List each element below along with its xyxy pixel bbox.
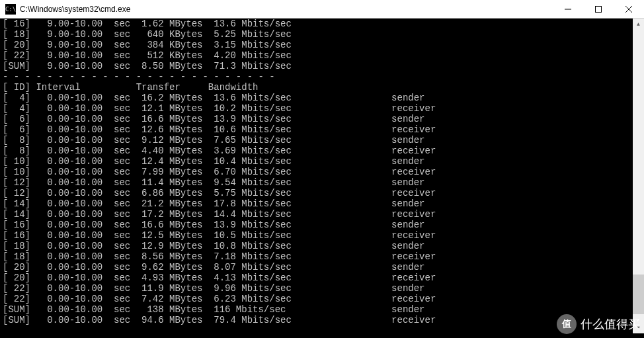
- window-title: C:\Windows\system32\cmd.exe: [20, 5, 553, 14]
- titlebar[interactable]: C:\ C:\Windows\system32\cmd.exe: [0, 0, 644, 19]
- svg-rect-1: [596, 6, 602, 12]
- close-button[interactable]: [614, 0, 644, 18]
- vertical-scrollbar[interactable]: ▲ ▼: [633, 19, 644, 333]
- scroll-thumb[interactable]: [633, 275, 644, 314]
- watermark-text: 什么值得买: [581, 316, 640, 332]
- scroll-track[interactable]: [633, 30, 644, 322]
- maximize-button[interactable]: [583, 0, 614, 18]
- window-controls: [553, 0, 644, 18]
- scroll-up-button[interactable]: ▲: [633, 19, 644, 30]
- watermark: 值 什么值得买: [557, 314, 640, 334]
- cmd-icon: C:\: [5, 4, 16, 15]
- minimize-button[interactable]: [553, 0, 583, 18]
- watermark-badge-icon: 值: [557, 314, 577, 334]
- console-output[interactable]: [ 16] 9.00-10.00 sec 1.62 MBytes 13.6 Mb…: [0, 19, 644, 333]
